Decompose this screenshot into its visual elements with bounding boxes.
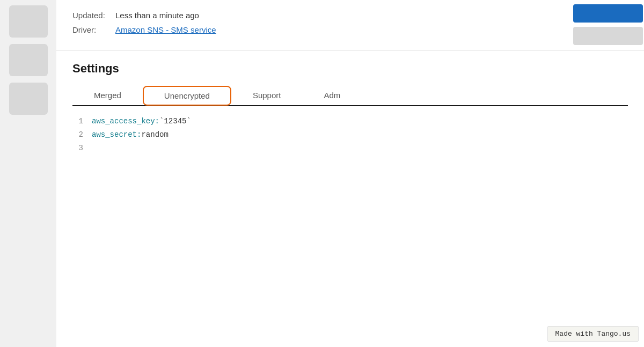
line-number-1: 1 [72,115,92,128]
line-number-3: 3 [72,142,92,155]
secondary-action-button[interactable] [573,27,643,45]
tab-merged[interactable]: Merged [72,85,143,105]
main-container: Updated: Less than a minute ago Driver: … [0,0,644,347]
code-value-2: random [141,128,168,142]
code-line-1: 1 aws_access_key: `12345` [72,115,628,128]
settings-section: Settings Merged Unencrypted Support Adm [56,51,644,347]
sidebar-block-3 [9,83,48,115]
settings-title: Settings [72,62,628,76]
code-line-2: 2 aws_secret: random [72,128,628,142]
code-key-1: aws_access_key: [92,115,159,128]
updated-value: Less than a minute ago [115,11,199,20]
driver-row: Driver: Amazon SNS - SMS service [72,25,628,34]
line-number-2: 2 [72,128,92,142]
right-panel [569,0,644,49]
top-info-section: Updated: Less than a minute ago Driver: … [56,0,644,51]
tab-unencrypted[interactable]: Unencrypted [143,86,231,106]
tabs-row: Merged Unencrypted Support Adm [72,85,628,106]
tango-badge: Made with Tango.us [547,326,639,342]
code-line-3: 3 [72,142,628,155]
content-area: Updated: Less than a minute ago Driver: … [56,0,644,347]
sidebar-block-2 [9,44,48,76]
tab-adm[interactable]: Adm [302,85,362,105]
updated-row: Updated: Less than a minute ago [72,11,628,20]
updated-label: Updated: [72,11,115,20]
code-key-2: aws_secret: [92,128,141,142]
driver-label: Driver: [72,25,115,34]
left-sidebar [0,0,56,347]
tab-support[interactable]: Support [231,85,303,105]
code-area: 1 aws_access_key: `12345` 2 aws_secret: … [72,106,628,347]
code-value-1: `12345` [159,115,191,128]
sidebar-block-1 [9,5,48,38]
primary-action-button[interactable] [573,4,643,23]
driver-link[interactable]: Amazon SNS - SMS service [115,25,216,34]
